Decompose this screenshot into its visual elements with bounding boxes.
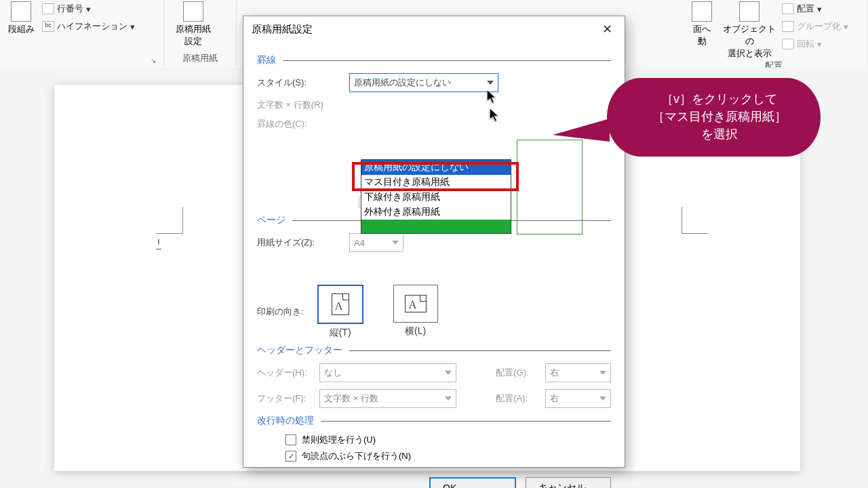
section-headerfooter: ヘッダーとフッター [257,344,611,357]
kinsoku-checkbox[interactable] [285,434,296,445]
style-option-underline[interactable]: 下線付き原稿用紙 [361,190,511,205]
callout-pointer [553,119,610,142]
ribbon-group-columns: 段組み 行番号 ▾ bc ハイフネーション ▾ ↘ [0,0,164,66]
section-break: 改行時の処理 [257,415,611,427]
instruction-callout: ［v］をクリックして ［マス目付き原稿用紙］ を選択 [607,78,821,157]
section-page-label: ページ [257,214,285,226]
style-option-none[interactable]: 原稿用紙の設定にしない [361,160,511,175]
line-number-button[interactable]: 行番号 ▾ [41,1,136,16]
hyphenation-button[interactable]: bc ハイフネーション ▾ [41,19,136,34]
orientation-portrait-button[interactable]: A [317,285,363,324]
footer-align-value: 右 [550,392,559,405]
dialog-title-text: 原稿用紙設定 [252,23,313,36]
manuscript-label: 原稿用紙 設定 [176,23,211,47]
style-dropdown[interactable]: 原稿用紙の設定にしない [349,73,498,92]
margin-corner-tl [156,207,183,234]
rotate-button[interactable]: 回転 ▾ [781,37,850,52]
style-option-extra[interactable] [361,220,511,233]
color-label: 罫線の色(C): [257,118,338,130]
section-ruled: 罫線 [257,54,611,66]
cursor-icon [490,108,499,122]
footer-align-dropdown[interactable]: 右 [545,389,611,408]
footer-label: フッター(F): [257,392,309,405]
style-selected: 原稿用紙の設定にしない [354,77,451,89]
header-align-dropdown[interactable]: 右 [545,363,611,382]
chevron-down-icon: ▾ [844,22,848,32]
orientation-label: 印刷の向き: [257,306,304,318]
cancel-label: キャンセル [538,482,586,488]
columns-icon [11,1,31,22]
group-label: グループ化 [797,20,841,33]
callout-line1: ［v］をクリックして [626,90,812,108]
orientation-portrait-label: 縦(T) [330,327,351,339]
section-headerfooter-label: ヘッダーとフッター [257,344,342,357]
dialog-launcher[interactable]: ↘ [5,57,158,66]
chars-label: 文字数 × 行数(R) [257,99,338,111]
orientation-landscape-button[interactable]: A [393,285,438,323]
selection-pane-button[interactable]: オブジェクトの 選択と表示 [722,1,776,60]
chevron-down-icon: ▾ [817,39,822,49]
chevron-down-icon: ▾ [130,22,135,32]
footer-align-label: 配置(A): [496,392,534,405]
move-button[interactable]: 面へ 動 [686,1,718,60]
manuscript-dialog: 原稿用紙設定 ✕ 罫線 スタイル(S): 原稿用紙の設定にしない 文字数 × 行… [243,16,625,468]
preview [517,140,583,235]
hyphenation-label: ハイフネーション [57,20,127,33]
kutoten-checkbox[interactable]: ✓ [285,451,296,462]
group-icon [782,21,794,32]
section-break-label: 改行時の処理 [257,415,314,427]
group-button[interactable]: グループ化 ▾ [781,19,850,34]
style-option-grid[interactable]: マス目付き原稿用紙 [361,175,511,190]
chevron-down-icon: ▾ [817,4,822,14]
move-label: 面へ 動 [693,23,711,47]
footer-value: 文字数 × 行数 [324,392,378,405]
callout-line2: ［マス目付き原稿用紙］ [626,108,812,125]
papersize-value: A4 [354,238,365,248]
kinsoku-label: 禁則処理を行う(U) [302,434,376,446]
selection-label: オブジェクトの 選択と表示 [722,23,776,60]
align-button[interactable]: 配置 ▾ [781,1,850,16]
style-dropdown-list[interactable]: 原稿用紙の設定にしない マス目付き原稿用紙 下線付き原稿用紙 外枠付き原稿用紙 [361,159,511,234]
align-icon [782,3,794,14]
dialog-titlebar[interactable]: 原稿用紙設定 ✕ [243,16,625,42]
close-button[interactable]: ✕ [598,22,616,37]
header-align-label: 配置(G): [496,367,534,379]
rotate-label: 回転 [797,38,814,50]
style-option-frame[interactable]: 外枠付き原稿用紙 [361,205,511,220]
svg-marker-1 [490,108,498,121]
manuscript-group-caption: 原稿用紙 [170,52,231,66]
margin-corner-tr [682,207,709,234]
papersize-label: 用紙サイズ(Z): [257,237,338,249]
columns-label: 段組み [8,23,35,35]
orientation-landscape-label: 横(L) [405,325,426,338]
footer-dropdown[interactable]: 文字数 × 行数 [319,389,456,408]
cancel-button[interactable]: キャンセル [526,477,611,488]
cursor-icon [487,90,496,104]
callout-line3: を選択 [626,125,812,143]
papersize-dropdown[interactable]: A4 [349,233,403,252]
svg-marker-0 [487,90,495,103]
align-label: 配置 [797,3,814,15]
rotate-icon [782,39,794,49]
manuscript-settings-button[interactable]: 原稿用紙 設定 [170,1,217,52]
ribbon-group-manuscript: 原稿用紙 設定 原稿用紙 [164,0,237,66]
ok-label: OK [443,483,456,488]
line-number-label: 行番号 [57,3,83,15]
ribbon-group-arrange: 面へ 動 オブジェクトの 選択と表示 配置 ▾ グループ化 ▾ [680,0,868,66]
style-label: スタイル(S): [257,77,338,89]
kutoten-label: 句読点のぶら下げを行う(N) [302,450,411,462]
header-align-value: 右 [550,367,559,379]
header-dropdown[interactable]: なし [319,363,456,382]
move-icon [692,1,712,22]
section-ruled-label: 罫線 [257,54,276,66]
chevron-down-icon: ▾ [86,4,91,14]
text-cursor: ╵ [156,239,161,249]
ok-button[interactable]: OK [429,477,516,488]
header-label: ヘッダー(H): [257,367,309,379]
manuscript-icon [183,1,203,22]
header-value: なし [324,367,342,379]
selection-icon [739,1,760,22]
hyphenation-icon: bc [42,21,54,32]
line-number-icon [42,3,54,14]
columns-button[interactable]: 段組み [5,1,37,57]
